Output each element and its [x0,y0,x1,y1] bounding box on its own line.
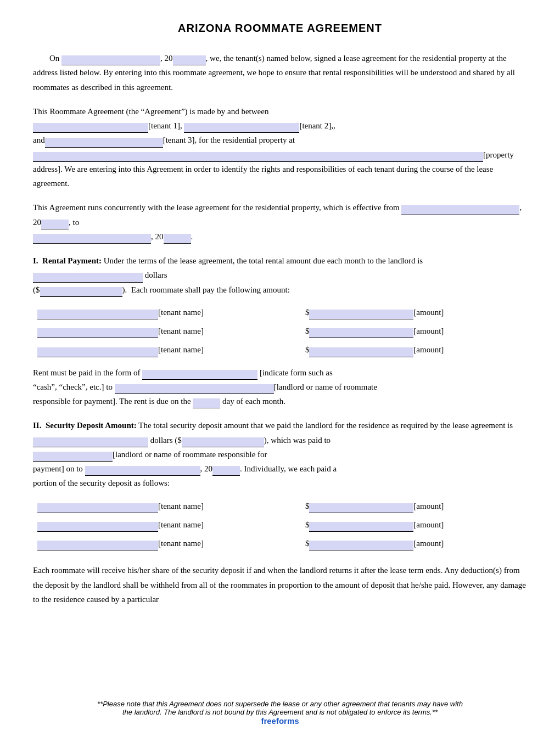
table-row: [tenant name] $ [amount] [34,497,526,515]
effective-to-field[interactable] [33,234,151,244]
security-tenant2-label: [tenant name] [158,520,204,529]
closing-section: Each roommate will receive his/her share… [33,563,527,606]
rental-tenant1-amount-label: [amount] [413,308,444,317]
rental-tenant3-amount-field[interactable] [309,347,413,357]
security-year-field[interactable] [212,466,240,476]
security-section-num: II. Security Deposit Amount: [33,421,137,430]
footer: **Please note that this Agreement does n… [33,700,527,726]
security-tenant3-amount-field[interactable] [309,541,413,550]
freeforms-brand: freeforms [33,716,527,726]
tenant3-label: [tenant 3], for the residential property… [163,136,295,144]
security-amount-field[interactable] [33,437,148,447]
intro-year-field[interactable] [173,55,206,65]
security-tenant1-label: [tenant name] [158,502,204,510]
table-row: [tenant name] $ [amount] [34,341,526,358]
rental-amount-field[interactable] [33,273,143,283]
tenant2-label: [tenant 2],, [299,121,335,130]
security-tenant-table: [tenant name] $ [amount] [tenant name] $… [33,496,527,554]
table-row: [tenant name] $ [amount] [34,303,526,321]
rental-tenant2-amount-label: [amount] [413,327,444,335]
security-tenant2-amount-label: [amount] [413,520,444,529]
rental-section-num: I. Rental Payment: [33,256,102,265]
tenant2-field[interactable] [184,123,299,133]
parties-intro: This Roommate Agreement (the “Agreement”… [33,107,268,116]
table-row: [tenant name] $ [amount] [34,535,526,552]
table-row: [tenant name] $ [amount] [34,516,526,533]
security-tenant1-name-field[interactable] [37,503,158,513]
rental-tenant3-name-field[interactable] [37,347,158,357]
rental-tenant3-label: [tenant name] [158,345,204,354]
security-landlord-field[interactable] [33,452,113,462]
effective-section: This Agreement runs concurrently with th… [33,200,527,244]
tenant1-label: [tenant 1], [148,121,184,130]
security-tenant3-label: [tenant name] [158,539,204,548]
rental-tenant2-amount-field[interactable] [309,328,413,338]
rental-tenant-table: [tenant name] $ [amount] [tenant name] $… [33,302,527,360]
rental-tenant1-label: [tenant name] [158,308,204,317]
security-section: II. Security Deposit Amount: The total s… [33,418,527,553]
rent-form-field[interactable] [142,370,257,380]
intro-section: On , 20 , we, the tenant(s) named below,… [33,51,527,94]
rental-section: I. Rental Payment: Under the terms of th… [33,254,527,408]
page-title: ARIZONA ROOMMATE AGREEMENT [33,22,527,35]
tenant3-field[interactable] [45,138,163,148]
rent-due-day-field[interactable] [193,398,220,408]
footer-line1: **Please note that this Agreement does n… [33,700,527,708]
effective-to-year-field[interactable] [164,234,191,244]
table-row: [tenant name] $ [amount] [34,322,526,340]
and-label: and [33,136,45,144]
rental-tenant1-amount-field[interactable] [309,310,413,319]
tenant1-field[interactable] [33,123,148,133]
security-tenant1-amount-label: [amount] [413,502,444,510]
rental-tenant2-name-field[interactable] [37,328,158,338]
effective-from-year-field[interactable] [41,220,69,229]
security-tenant2-amount-field[interactable] [309,522,413,532]
security-dollar-field[interactable] [182,437,264,447]
effective-from-field[interactable] [401,205,519,215]
rental-tenant2-label: [tenant name] [158,327,204,335]
intro-on-label: On [33,54,61,63]
property-address-label: address]. We are entering into this Agre… [33,165,493,188]
security-tenant3-name-field[interactable] [37,541,158,550]
rental-tenant3-amount-label: [amount] [413,345,444,354]
property-field[interactable] [33,152,483,162]
intro-date-field[interactable] [61,55,160,65]
security-tenant1-amount-field[interactable] [309,503,413,513]
property-bracket: [property [483,150,514,159]
rent-to-field[interactable] [115,384,274,394]
footer-line2: the landlord. The landlord is not bound … [33,708,527,716]
security-tenant2-name-field[interactable] [37,522,158,532]
security-date-field[interactable] [85,466,200,476]
parties-section: This Roommate Agreement (the “Agreement”… [33,104,527,191]
rental-tenant1-name-field[interactable] [37,310,158,319]
security-tenant3-amount-label: [amount] [413,539,444,548]
rental-dollar-field[interactable] [40,287,122,297]
